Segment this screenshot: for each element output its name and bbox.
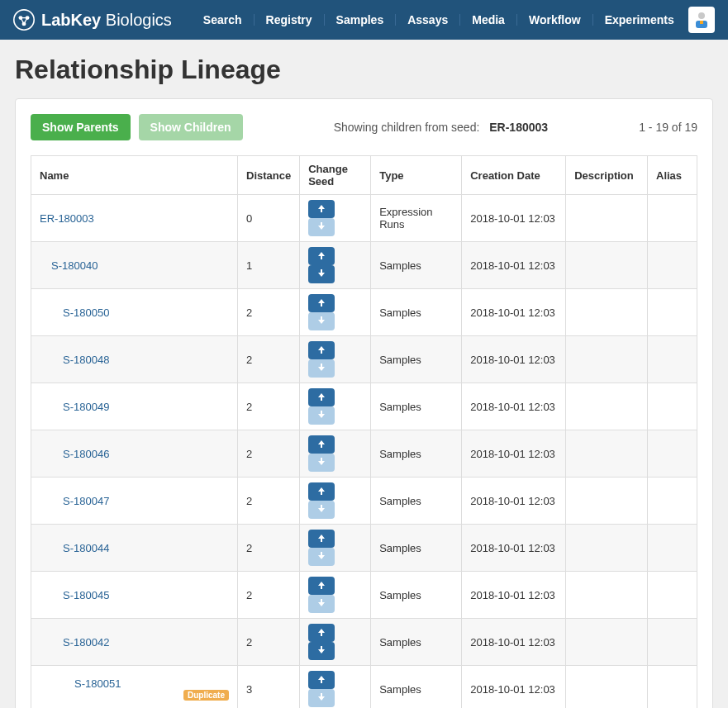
table-row: S-1800502Samples2018-10-01 12:03 [31,289,697,336]
col-creation-date: Creation Date [462,156,566,195]
table-row: S-1800452Samples2018-10-01 12:03 [31,572,697,619]
table-row: S-1800401Samples2018-10-01 12:03 [31,242,697,289]
nav-link-registry[interactable]: Registry [255,14,325,26]
cell-date: 2018-10-01 12:03 [462,478,566,525]
cell-change-seed [300,195,371,242]
table-row: S-1800492Samples2018-10-01 12:03 [31,383,697,430]
table-row: S-1800422Samples2018-10-01 12:03 [31,619,697,666]
name-link[interactable]: S-180048 [63,354,109,366]
lineage-table: Name Distance Change Seed Type Creation … [31,155,697,708]
cell-distance: 2 [238,619,300,666]
seed-up-button[interactable] [308,294,335,312]
col-name: Name [31,156,238,195]
seed-down-button[interactable] [308,642,335,660]
cell-distance: 2 [238,383,300,430]
nav-links: SearchRegistrySamplesAssaysMediaWorkflow… [192,14,686,26]
cell-type: Samples [371,478,462,525]
cell-date: 2018-10-01 12:03 [462,242,566,289]
cell-alias [648,289,697,336]
nav-link-experiments[interactable]: Experiments [593,14,686,26]
cell-distance: 2 [238,478,300,525]
table-row: S-1800462Samples2018-10-01 12:03 [31,430,697,478]
cell-alias [648,383,697,430]
nav-link-media[interactable]: Media [460,14,517,26]
cell-alias [648,525,697,572]
nav-link-workflow[interactable]: Workflow [517,14,593,26]
count-info: 1 - 19 of 19 [639,121,697,134]
arrow-up-icon [316,580,326,592]
show-children-button[interactable]: Show Children [139,114,243,140]
cell-change-seed [300,525,371,572]
cell-change-seed [300,383,371,430]
cell-date: 2018-10-01 12:03 [462,430,566,478]
cell-distance: 2 [238,525,300,572]
nav-link-search[interactable]: Search [192,14,255,26]
seed-up-button[interactable] [308,671,335,689]
name-link[interactable]: S-180042 [63,636,109,649]
arrow-down-icon [316,598,326,611]
logo[interactable]: LabKey Biologics [13,9,172,31]
cell-alias [648,572,697,619]
cell-type: Samples [371,336,462,383]
seed-up-button[interactable] [308,435,335,454]
name-link[interactable]: S-180051 [74,677,121,690]
name-link[interactable]: S-180045 [63,589,109,601]
seed-up-button[interactable] [308,482,335,501]
seed-up-button[interactable] [308,624,335,642]
seed-up-button[interactable] [308,530,335,548]
table-row: S-1800442Samples2018-10-01 12:03 [31,525,697,572]
cell-date: 2018-10-01 12:03 [462,289,566,336]
seed-up-button[interactable] [308,388,335,406]
seed-up-button[interactable] [308,577,335,595]
seed-down-button [308,501,335,519]
cell-change-seed [300,619,371,666]
arrow-up-icon [316,627,326,639]
cell-alias [648,666,697,709]
name-link[interactable]: S-180040 [51,259,98,272]
seed-up-button[interactable] [308,200,335,218]
cell-description [566,619,648,666]
page-title: Relationship Lineage [15,55,713,85]
cell-type: Samples [371,666,462,709]
duplicate-badge: Duplicate [183,690,229,701]
cell-date: 2018-10-01 12:03 [462,666,566,709]
arrow-up-icon [316,674,326,687]
arrow-down-icon [316,363,326,375]
arrow-up-icon [316,203,326,216]
table-row: ER-1800030Expression Runs2018-10-01 12:0… [31,195,697,242]
table-row: S-1800482Samples2018-10-01 12:03 [31,336,697,383]
seed-down-button[interactable] [308,265,335,283]
col-description: Description [566,156,648,195]
arrow-down-icon [316,504,326,516]
seed-info: Showing children from seed: ER-180003 [243,121,640,134]
col-alias: Alias [648,156,697,195]
show-parents-button[interactable]: Show Parents [31,114,131,140]
name-link[interactable]: S-180046 [63,448,109,460]
name-link[interactable]: S-180047 [63,495,109,507]
user-avatar[interactable] [688,7,715,33]
table-row: S-180051Duplicate3Samples2018-10-01 12:0… [31,666,697,709]
cell-name: S-180045 [31,572,238,619]
cell-change-seed [300,478,371,525]
cell-date: 2018-10-01 12:03 [462,619,566,666]
seed-up-button[interactable] [308,247,335,265]
name-link[interactable]: S-180044 [63,542,109,554]
arrow-up-icon [316,392,326,404]
nav-link-assays[interactable]: Assays [396,14,460,26]
name-link[interactable]: S-180050 [63,306,109,319]
cell-description [566,478,648,525]
seed-up-button[interactable] [308,341,335,359]
cell-description [566,666,648,709]
cell-type: Samples [371,242,462,289]
cell-type: Samples [371,383,462,430]
nav-link-samples[interactable]: Samples [325,14,397,26]
seed-down-button [308,454,335,472]
seed-down-button [308,218,335,236]
cell-name: S-180047 [31,478,238,525]
seed-value: ER-180003 [489,121,548,134]
cell-description [566,336,648,383]
name-link[interactable]: S-180049 [63,401,109,413]
name-link[interactable]: ER-180003 [40,212,94,225]
cell-change-seed [300,430,371,478]
cell-date: 2018-10-01 12:03 [462,383,566,430]
